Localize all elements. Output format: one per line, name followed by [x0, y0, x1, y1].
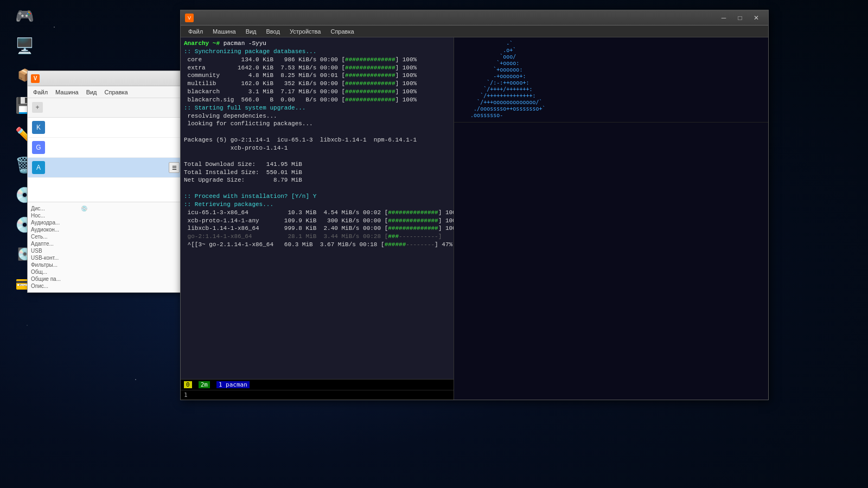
htop-indicator-2m: 2m — [199, 381, 210, 388]
detail-usb-val — [81, 248, 181, 254]
virtualbox-main-window: V ─ □ ✕ Файл Машина Вид Ввод Устройства … — [180, 10, 769, 400]
menu-view[interactable]: Вид — [241, 27, 261, 36]
detail-desc-label: Опис... — [31, 283, 80, 289]
menu-file[interactable]: Файл — [184, 27, 207, 36]
detail-shared-label: Общ... — [31, 269, 80, 275]
term-blackarch: blackarch 3.1 MiB 7.17 MiB/s 00:00 [####… — [184, 88, 450, 96]
term-total-inst: Total Installed Size: 550.01 MiB — [184, 169, 450, 177]
detail-disk-label: Дис... — [31, 206, 80, 211]
detail-filters-label: Фильтры... — [31, 262, 80, 268]
menu-help[interactable]: Справка — [326, 27, 358, 36]
sidebar-item-steam[interactable]: 🎮 — [3, 3, 46, 30]
screenfetch-art: -` .o+` `ooo/ `+oooo: `+oooooo: -+oooooo… — [457, 41, 551, 119]
vbox-manager-content: K G A — [28, 118, 184, 292]
detail-filters-val — [81, 262, 181, 268]
term-packages2: xcb-proto-1.14-1 — [184, 144, 450, 152]
sidebar-item-geforce[interactable]: 🖥️ — [3, 33, 46, 60]
vbox-create-btn[interactable]: + — [32, 102, 43, 114]
term-net-upgrade: Net Upgrade Size: 8.79 MiB — [184, 176, 450, 184]
term-upgrade-msg: :: Starting full system upgrade... — [184, 104, 450, 112]
vbox-main-menubar: Файл Машина Вид Ввод Устройства Справка — [181, 25, 768, 37]
term-multilib: multilib 162.0 KiB 352 KiB/s 00:00 [####… — [184, 80, 450, 88]
detail-audioctrl-val — [81, 227, 181, 233]
maximize-button[interactable]: □ — [732, 12, 748, 24]
vbox-manager-titlebar: V — [28, 71, 184, 86]
minimize-button[interactable]: ─ — [716, 12, 731, 24]
detail-usbctrl-val — [81, 255, 181, 261]
htop-indicator-pacman: 1 pacman — [216, 381, 250, 388]
vbox-manager-title-icon: V — [31, 74, 40, 83]
vm-list: K G A — [28, 118, 184, 202]
menu-input[interactable]: Ввод — [262, 27, 284, 36]
screenfetch-section: -` .o+` `ooo/ `+oooo: `+oooooo: -+oooooo… — [454, 37, 768, 123]
term-conflict: looking for conflicting packages... — [184, 120, 450, 128]
detail-usbctrl-label: USB-конт... — [31, 255, 80, 261]
term-packages1: Packages (5) go-2:1.14-1 icu-65.1-3 libx… — [184, 136, 450, 144]
detail-sharedp-val — [81, 276, 181, 282]
term-dl-xcb-proto: xcb-proto-1.14-1-any 109.9 KiB 300 KiB/s… — [184, 217, 450, 225]
detail-adapter-val — [81, 241, 181, 247]
menu-machine[interactable]: Машина — [208, 27, 240, 36]
desktop: 🎮 🖥️ 📦 💾 ✏️ 🗑️ 💿 💿 — [0, 0, 868, 488]
vm-arch-action-btn[interactable]: ☰ — [169, 162, 180, 173]
term-resolve: resolving dependencies... — [184, 112, 450, 120]
terminal-right-panel[interactable]: -` .o+` `ooo/ `+oooo: `+oooooo: -+oooooo… — [454, 37, 768, 400]
term-dl-libxcb: libxcb-1.14-1-x86_64 999.8 KiB 2.40 MiB/… — [184, 224, 450, 233]
terminal-left-content: Anarchy ~# pacman -Syyu :: Synchronizing… — [181, 37, 454, 379]
detail-audio-val — [81, 220, 181, 226]
vm-kali-icon: K — [32, 121, 45, 134]
steam-icon: 🎮 — [14, 5, 35, 27]
htop-bottom-indicators: 0 2m 1 pacman — [181, 379, 454, 390]
detail-host-label: Нос... — [31, 213, 80, 219]
htop-indicator-0: 0 — [184, 381, 192, 388]
term-proceed: :: Proceed with installation? [Y/n] Y — [184, 192, 450, 201]
term-total-dl: Total Download Size: 141.95 MiB — [184, 160, 450, 169]
screenfetch-ascii-art: -` .o+` `ooo/ `+oooo: `+oooooo: -+oooooo… — [457, 41, 546, 119]
vm-gentoo-icon: G — [32, 141, 45, 154]
vbox-menu-view[interactable]: Вид — [83, 88, 100, 97]
term-sync: :: Synchronizing package databases... — [184, 48, 450, 56]
geforce-icon: 🖥️ — [14, 35, 35, 56]
detail-sharedp-label: Общие па... — [31, 276, 80, 282]
term-community: community 4.8 MiB 8.25 MiB/s 00:01 [####… — [184, 72, 450, 80]
htop-line-number: 1 — [184, 391, 188, 399]
detail-host-val — [81, 213, 181, 219]
term-retrieve: :: Retrieving packages... — [184, 201, 450, 209]
vm-item-kali[interactable]: K — [28, 118, 184, 138]
term-dl-go1: go-2:1.14-1-x86_64 28.1 MiB 3.44 MiB/s 0… — [184, 233, 450, 241]
terminal-left-panel[interactable]: Anarchy ~# pacman -Syyu :: Synchronizing… — [181, 37, 454, 400]
htop-line-indicator: 1 — [181, 390, 454, 400]
menu-devices[interactable]: Устройства — [285, 27, 326, 36]
detail-adapter-label: Адапте... — [31, 241, 80, 247]
term-blackarch-sig: blackarch.sig 566.0 B 0.00 B/s 00:00 [##… — [184, 96, 450, 104]
term-dl-go2: ^[[3~ go-2.1.14-1-x86_64 60.3 MiB 3.67 M… — [184, 241, 450, 249]
detail-network-val — [81, 234, 181, 240]
detail-desc-val — [81, 283, 181, 289]
term-prompt: Anarchy ~# pacman -Syyu — [184, 40, 450, 48]
vbox-menu-file[interactable]: Файл — [30, 88, 51, 97]
detail-usb-label: USB — [31, 248, 80, 254]
term-blank2 — [184, 152, 450, 160]
close-button[interactable]: ✕ — [749, 12, 764, 24]
vm-item-gentoo[interactable]: G — [28, 138, 184, 158]
vbox-menu-machine[interactable]: Машина — [52, 88, 82, 97]
vbox-manager-window: V Файл Машина Вид Справка + K — [27, 70, 184, 293]
terminal-split-area: Anarchy ~# pacman -Syyu :: Synchronizing… — [181, 37, 768, 400]
vbox-manager-toolbar: + — [28, 98, 184, 118]
vm-arch-icon: A — [32, 161, 45, 174]
titlebar-controls: ─ □ ✕ — [716, 12, 764, 24]
detail-audioctrl-label: Аудиокон... — [31, 227, 80, 233]
detail-disk-val: 💿 — [81, 206, 181, 211]
detail-shared-val — [81, 269, 181, 275]
vm-details-grid: Дис...💿 Нос... Аудиодра... Аудиокон... С… — [31, 206, 181, 289]
term-extra: extra 1642.0 KiB 7.53 MiB/s 00:00 [#####… — [184, 64, 450, 72]
vm-item-arch[interactable]: A ☰ — [28, 158, 184, 178]
vbox-main-titlebar: V ─ □ ✕ — [181, 10, 768, 25]
vbox-manager-menubar: Файл Машина Вид Справка — [28, 86, 184, 98]
vm-details-panel: Дис...💿 Нос... Аудиодра... Аудиокон... С… — [28, 202, 184, 293]
vbox-create-icon: + — [32, 102, 43, 113]
detail-network-label: Сеть... — [31, 234, 80, 240]
vbox-menu-help[interactable]: Справка — [101, 88, 131, 97]
vbox-main-title-icon: V — [185, 14, 194, 22]
detail-audio-label: Аудиодра... — [31, 220, 80, 226]
